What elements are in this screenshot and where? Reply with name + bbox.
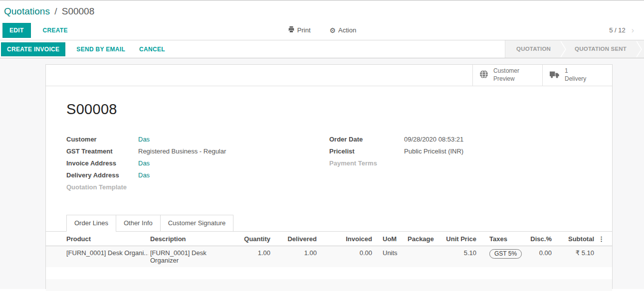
cell-product[interactable]: [FURN_0001] Desk Organi... [46,246,148,268]
pricelist-label: Pricelist [329,148,404,155]
field-invoice-address: Invoice Address Das [66,160,329,167]
quotation-template-label: Quotation Template [66,184,138,191]
create-button[interactable]: CREATE [40,26,71,34]
form-sheet: Customer Preview 1 Delivery S00008 C [45,64,613,289]
cell-taxes[interactable]: GST 5% [478,246,528,268]
globe-icon [479,70,488,81]
col-header-description[interactable]: Description [148,232,225,246]
customer-preview-label: Customer Preview [493,67,519,83]
cell-description[interactable]: [FURN_0001] Desk Organizer [148,246,225,268]
action-button[interactable]: ⚙ Action [327,26,360,35]
order-date-value: 09/28/2020 08:53:21 [404,136,463,143]
breadcrumb-current-record: S00008 [62,6,95,16]
tax-badge: GST 5% [489,249,522,259]
cell-package[interactable] [404,246,442,268]
order-line-row[interactable]: [FURN_0001] Desk Organi... [FURN_0001] D… [46,246,612,268]
create-invoice-button[interactable]: CREATE INVOICE [1,42,65,56]
pager-next-icon[interactable]: › [632,26,634,34]
cell-invoiced[interactable]: 0.00 [319,246,374,268]
delivery-address-value-link[interactable]: Das [138,172,150,179]
delivery-address-label: Delivery Address [66,172,138,179]
breadcrumb-quotations-link[interactable]: Quotations [4,6,50,16]
statusbar: CREATE INVOICE SEND BY EMAIL CANCEL QUOT… [0,40,644,58]
payment-terms-label: Payment Terms [329,160,404,167]
gear-icon: ⚙ [330,26,336,34]
status-step-quotation-sent[interactable]: QUOTATION SENT [560,40,636,58]
tab-order-lines[interactable]: Order Lines [66,215,116,232]
col-header-unit-price[interactable]: Unit Price [442,232,478,246]
truck-icon [549,70,560,81]
col-header-invoiced[interactable]: Invoiced [319,232,374,246]
gst-treatment-value: Registered Business - Regular [138,148,226,155]
control-buttons-row: EDIT CREATE Print ⚙ Action 5 / 12 › [0,20,644,40]
col-header-uom[interactable]: UoM [374,232,404,246]
customer-value-link[interactable]: Das [138,136,150,143]
empty-row [46,267,612,279]
tab-bar: Order Lines Other Info Customer Signatur… [46,215,612,232]
control-panel: Quotations / S00008 EDIT CREATE Print ⚙ … [0,0,644,40]
field-groups: Customer Das GST Treatment Registered Bu… [66,136,592,196]
cell-subtotal[interactable]: ₹ 5.10 [554,246,596,268]
form-view-background: Customer Preview 1 Delivery S00008 C [0,58,644,289]
sheet-body: S00008 Customer Das GST Treatment Regist… [46,101,612,196]
col-header-product[interactable]: Product [46,232,148,246]
print-label: Print [297,26,311,34]
customer-label: Customer [66,136,138,143]
breadcrumb-separator: / [52,6,59,16]
pager: 5 / 12 › [609,26,634,34]
invoice-address-value-link[interactable]: Das [138,160,150,167]
print-button[interactable]: Print [285,25,314,35]
printer-icon [288,26,295,34]
col-header-delivered[interactable]: Delivered [272,232,319,246]
empty-row-striped [46,279,612,291]
cell-quantity[interactable]: 1.00 [225,246,272,268]
order-lines-table: Product Description Quantity Delivered I… [46,232,612,291]
action-label: Action [338,26,356,34]
stat-button-box: Customer Preview 1 Delivery [46,65,612,86]
delivery-label: 1 Delivery [565,67,586,83]
tab-customer-signature[interactable]: Customer Signature [160,215,234,232]
col-header-package[interactable]: Package [404,232,442,246]
optional-columns-icon[interactable]: ⋮ [596,232,612,246]
pricelist-value: Public Pricelist (INR) [404,148,463,155]
send-by-email-button[interactable]: SEND BY EMAIL [73,45,128,53]
customer-preview-button[interactable]: Customer Preview [472,65,542,86]
field-delivery-address: Delivery Address Das [66,172,329,179]
delivery-button[interactable]: 1 Delivery [542,65,612,86]
cancel-button[interactable]: CANCEL [136,45,168,53]
status-step-quotation[interactable]: QUOTATION [505,40,560,58]
col-header-disc[interactable]: Disc.% [528,232,554,246]
pager-count: 5 / 12 [609,26,626,34]
col-header-subtotal[interactable]: Subtotal [554,232,596,246]
order-date-label: Order Date [329,136,404,143]
cell-row-options [596,246,612,268]
col-header-quantity[interactable]: Quantity [225,232,272,246]
gst-treatment-label: GST Treatment [66,148,138,155]
breadcrumb: Quotations / S00008 [0,0,644,20]
field-gst-treatment: GST Treatment Registered Business - Regu… [66,148,329,155]
record-title: S00008 [66,101,592,118]
field-group-right: Order Date 09/28/2020 08:53:21 Pricelist… [329,136,592,196]
field-quotation-template: Quotation Template [66,184,329,191]
field-payment-terms: Payment Terms [329,160,592,167]
edit-button[interactable]: EDIT [2,23,31,38]
cell-delivered[interactable]: 1.00 [272,246,319,268]
table-header-row: Product Description Quantity Delivered I… [46,232,612,246]
center-controls: Print ⚙ Action [0,20,644,40]
field-order-date: Order Date 09/28/2020 08:53:21 [329,136,592,143]
tab-other-info[interactable]: Other Info [116,215,161,232]
field-group-left: Customer Das GST Treatment Registered Bu… [66,136,329,196]
cell-disc[interactable]: 0.00 [528,246,554,268]
status-steps: QUOTATION QUOTATION SENT SALES ORDER [505,40,644,58]
cell-unit-price[interactable]: 5.10 [442,246,478,268]
notebook: Order Lines Other Info Customer Signatur… [46,215,612,291]
col-header-taxes[interactable]: Taxes [478,232,528,246]
field-pricelist: Pricelist Public Pricelist (INR) [329,148,592,155]
invoice-address-label: Invoice Address [66,160,138,167]
cell-uom[interactable]: Units [374,246,404,268]
field-customer: Customer Das [66,136,329,143]
